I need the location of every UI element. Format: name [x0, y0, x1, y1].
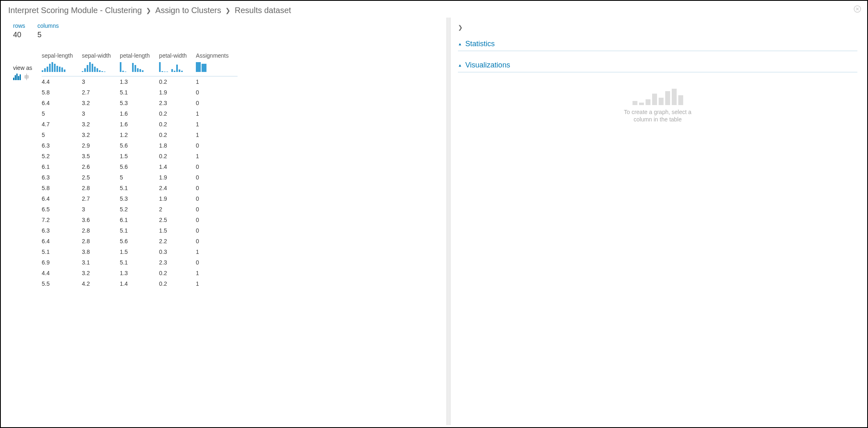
table-row[interactable]: 5.13.81.50.31: [42, 246, 238, 257]
table-row[interactable]: 5.54.21.40.21: [42, 278, 238, 289]
visualizations-section[interactable]: ▲ Visualizations: [458, 58, 857, 72]
histogram-view-icon[interactable]: [13, 74, 21, 80]
column-header[interactable]: petal-length: [120, 50, 159, 61]
table-row[interactable]: 6.42.75.31.90: [42, 193, 238, 204]
chevron-right-icon: ❯: [146, 7, 151, 14]
splitter-handle[interactable]: [446, 18, 451, 425]
table-row[interactable]: 5.82.85.12.40: [42, 183, 238, 193]
table-cell: 0.2: [159, 108, 196, 119]
table-cell: 0.2: [159, 151, 196, 161]
table-cell: 2: [159, 204, 196, 215]
table-row[interactable]: 6.43.25.32.30: [42, 98, 238, 108]
table-cell: 2.3: [159, 98, 196, 108]
table-cell: 5: [42, 108, 82, 119]
table-cell: 2.9: [82, 140, 120, 151]
table-cell: 4.4: [42, 268, 82, 278]
table-cell: 5.8: [42, 183, 82, 193]
table-row[interactable]: 4.73.21.60.21: [42, 119, 238, 130]
table-cell: 5.2: [42, 151, 82, 161]
table-cell: 6.3: [42, 172, 82, 183]
table-cell: 6.5: [42, 204, 82, 215]
table-cell: 1.3: [120, 268, 159, 278]
column-header[interactable]: petal-width: [159, 50, 196, 61]
table-row[interactable]: 6.32.85.11.50: [42, 225, 238, 236]
table-cell: 3.2: [82, 98, 120, 108]
table-cell: 1.5: [159, 225, 196, 236]
breadcrumb-item[interactable]: Assign to Clusters: [155, 6, 221, 15]
table-cell: 5.3: [120, 193, 159, 204]
table-cell: 1.5: [120, 151, 159, 161]
table-cell: 1: [196, 246, 238, 257]
table-cell: 5.1: [42, 246, 82, 257]
columns-label: columns: [38, 22, 59, 29]
table-row[interactable]: 6.535.220: [42, 204, 238, 215]
table-row[interactable]: 5.23.51.50.21: [42, 151, 238, 161]
table-cell: 5.1: [120, 257, 159, 268]
column-header[interactable]: sepal-width: [82, 50, 120, 61]
table-cell: 6.9: [42, 257, 82, 268]
table-cell: 1.3: [120, 76, 159, 87]
table-scroll[interactable]: sepal-length sepal-width petal-length pe…: [42, 50, 446, 424]
rows-label: rows: [13, 22, 25, 29]
table-cell: 1: [196, 151, 238, 161]
placeholder-text: To create a graph, select a: [624, 108, 691, 116]
table-cell: 3.1: [82, 257, 120, 268]
table-row[interactable]: 6.93.15.12.30: [42, 257, 238, 268]
close-icon[interactable]: [853, 5, 861, 13]
table-cell: 2.2: [159, 236, 196, 246]
table-row[interactable]: 4.43.21.30.21: [42, 268, 238, 278]
chevron-right-icon[interactable]: ❯: [458, 24, 463, 31]
section-label: Visualizations: [465, 61, 510, 69]
table-cell: 5.1: [120, 225, 159, 236]
table-cell: 6.1: [42, 161, 82, 172]
results-table: sepal-length sepal-width petal-length pe…: [42, 50, 238, 289]
table-cell: 0: [196, 87, 238, 98]
table-cell: 4.2: [82, 278, 120, 289]
table-row[interactable]: 531.60.21: [42, 108, 238, 119]
table-cell: 0: [196, 257, 238, 268]
table-row[interactable]: 6.42.85.62.20: [42, 236, 238, 246]
table-cell: 0.2: [159, 130, 196, 140]
table-cell: 1: [196, 76, 238, 87]
column-header[interactable]: sepal-length: [42, 50, 82, 61]
table-cell: 2.6: [82, 161, 120, 172]
table-cell: 1.4: [159, 161, 196, 172]
chevron-right-icon: ❯: [225, 7, 231, 14]
table-cell: 1.6: [120, 119, 159, 130]
dataset-meta: rows 40 columns 5: [13, 22, 446, 39]
view-as-panel: view as: [13, 50, 34, 80]
table-row[interactable]: 7.23.66.12.50: [42, 215, 238, 225]
table-cell: 3.6: [82, 215, 120, 225]
table-cell: 3.5: [82, 151, 120, 161]
table-cell: 4.7: [42, 119, 82, 130]
table-cell: 2.3: [159, 257, 196, 268]
table-row[interactable]: 53.21.20.21: [42, 130, 238, 140]
table-cell: 2.8: [82, 183, 120, 193]
table-cell: 3: [82, 76, 120, 87]
breadcrumb-item: Results dataset: [235, 6, 291, 15]
table-cell: 3: [82, 108, 120, 119]
table-row[interactable]: 6.32.551.90: [42, 172, 238, 183]
table-cell: 6.3: [42, 140, 82, 151]
table-row[interactable]: 5.82.75.11.90: [42, 87, 238, 98]
table-cell: 2.7: [82, 87, 120, 98]
table-cell: 0: [196, 172, 238, 183]
table-cell: 1.8: [159, 140, 196, 151]
table-cell: 0: [196, 215, 238, 225]
table-cell: 5.6: [120, 140, 159, 151]
table-row[interactable]: 6.32.95.61.80: [42, 140, 238, 151]
table-header-row: sepal-length sepal-width petal-length pe…: [42, 50, 238, 61]
statistics-section[interactable]: ▲ Statistics: [458, 37, 857, 51]
table-cell: 5.5: [42, 278, 82, 289]
table-cell: 3: [82, 204, 120, 215]
table-cell: 3.2: [82, 119, 120, 130]
boxplot-view-icon[interactable]: [24, 74, 29, 80]
table-cell: 0: [196, 98, 238, 108]
table-row[interactable]: 4.431.30.21: [42, 76, 238, 87]
table-cell: 2.5: [159, 215, 196, 225]
column-header[interactable]: Assignments: [196, 50, 238, 61]
table-row[interactable]: 6.12.65.61.40: [42, 161, 238, 172]
breadcrumb-item[interactable]: Interpret Scoring Module - Clustering: [8, 6, 142, 15]
column-histogram: [42, 61, 73, 72]
visualization-placeholder: To create a graph, select a column in th…: [458, 89, 857, 123]
